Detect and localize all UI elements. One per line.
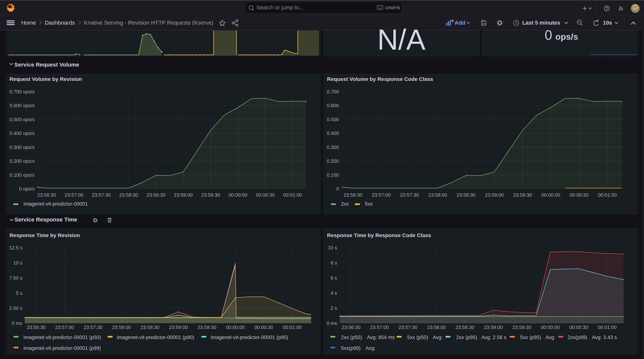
svg-text:23:58:00: 23:58:00 [119,192,138,198]
svg-text:23:59:30: 23:59:30 [201,192,220,198]
svg-text:2xx(p99): 2xx(p99) [568,334,587,340]
svg-text:12.5 s: 12.5 s [9,245,22,250]
svg-text:Service Request Volume: Service Request Volume [14,62,79,68]
svg-text:?: ? [606,6,608,11]
svg-text:00:01:00: 00:01:00 [598,192,617,198]
svg-text:23:59:30: 23:59:30 [198,324,216,330]
svg-text:Service Response Time: Service Response Time [14,216,77,222]
svg-text:0.600: 0.600 [327,103,339,108]
svg-text:00:00:00: 00:00:00 [541,192,560,198]
svg-text:imagenet-vit-predictor-00001 (: imagenet-vit-predictor-00001 (p50) [24,334,101,340]
svg-text:23:58:00: 23:58:00 [428,192,447,198]
svg-text:00:00:30: 00:00:30 [570,192,588,198]
svg-text:2xx (p50): 2xx (p50) [341,334,362,340]
svg-text:23:59:30: 23:59:30 [512,324,531,330]
svg-text:Avg: 3.43 s: Avg: 3.43 s [592,334,617,340]
svg-text:23:56:30: 23:56:30 [37,192,56,198]
svg-text:0.400: 0.400 [327,130,339,136]
svg-text:10 s: 10 s [13,260,22,266]
svg-text:23:56:30: 23:56:30 [27,324,46,330]
svg-text:0.500: 0.500 [327,117,339,122]
svg-text:23:57:30: 23:57:30 [84,324,102,330]
svg-text:Request Volume by Revision: Request Volume by Revision [10,76,82,82]
svg-text:23:59:00: 23:59:00 [169,324,188,330]
svg-text:10s: 10s [603,20,612,26]
svg-text:5xx (p95): 5xx (p95) [520,334,541,340]
svg-text:N/A: N/A [377,24,426,56]
svg-text:0.400 ops/s: 0.400 ops/s [10,130,35,136]
svg-text:Last 5 minutes: Last 5 minutes [522,20,560,26]
svg-text:23:58:30: 23:58:30 [140,324,159,330]
svg-text:23:57:30: 23:57:30 [398,324,418,330]
svg-text:00:00:00: 00:00:00 [541,324,560,330]
svg-text:Response Time by Response Code: Response Time by Response Code Class [327,232,431,238]
svg-text:0.500 ops/s: 0.500 ops/s [10,117,35,122]
svg-text:23:59:00: 23:59:00 [174,192,193,198]
svg-text:imagenet-vit-predictor-00001 (: imagenet-vit-predictor-00001 (p95) [211,334,288,340]
svg-text:Request Volume by Response Cod: Request Volume by Response Code Class [327,76,433,82]
svg-text:4 s: 4 s [330,290,337,296]
svg-text:Knative Serving - Revision HTT: Knative Serving - Revision HTTP Requests… [84,20,213,26]
svg-text:0.300 ops/s: 0.300 ops/s [10,144,35,150]
svg-text:23:57:00: 23:57:00 [370,324,389,330]
svg-text:imagenet-vit-predictor-00001 (: imagenet-vit-predictor-00001 (p90) [117,334,194,340]
svg-text:23:59:00: 23:59:00 [485,192,504,198]
svg-text:0.600 ops/s: 0.600 ops/s [10,103,35,108]
svg-text:Response Time by Revision: Response Time by Revision [10,232,80,238]
svg-text:2 s: 2 s [330,305,337,311]
svg-text:23:58:00: 23:58:00 [427,324,446,330]
svg-text:23:56:30: 23:56:30 [344,192,362,198]
svg-text:Add: Add [454,20,465,26]
svg-text:imagenet-vit-predictor-00001 (: imagenet-vit-predictor-00001 (p99) [24,346,101,351]
svg-text:00:00:00: 00:00:00 [226,324,245,330]
svg-text:Search or jump to...: Search or jump to... [256,4,304,10]
svg-text:23:57:00: 23:57:00 [372,192,390,198]
svg-text:Home: Home [21,20,36,26]
svg-text:5xx (p50): 5xx (p50) [407,334,428,340]
svg-text:23:58:30: 23:58:30 [146,192,165,198]
svg-text:23:58:30: 23:58:30 [456,324,474,330]
svg-text:00:01:00: 00:01:00 [598,324,616,330]
svg-text:23:57:30: 23:57:30 [92,192,111,198]
svg-text:10 s: 10 s [328,245,337,250]
svg-text:0: 0 [336,186,339,192]
svg-text:23:57:00: 23:57:00 [55,324,74,330]
svg-text:2xx (p95): 2xx (p95) [456,334,477,340]
svg-text:8 s: 8 s [330,260,337,266]
svg-text:23:58:00: 23:58:00 [112,324,131,330]
svg-text:00:00:00: 00:00:00 [228,192,247,198]
svg-text:imagenet-vit-predictor-00001: imagenet-vit-predictor-00001 [24,201,88,207]
svg-text:0.200: 0.200 [327,158,339,164]
svg-text:0.300: 0.300 [327,144,339,150]
svg-text:00:00:30: 00:00:30 [569,324,588,330]
svg-text:5xx(p99): 5xx(p99) [341,346,360,351]
svg-text:0 ms: 0 ms [327,320,337,326]
svg-text:23:58:30: 23:58:30 [456,192,475,198]
svg-text:23:57:00: 23:57:00 [64,192,83,198]
svg-text:2.50 s: 2.50 s [9,305,22,311]
svg-text:Avg: 2.56 s: Avg: 2.56 s [481,334,506,340]
svg-text:23:57:30: 23:57:30 [400,192,419,198]
svg-text:Dashboards: Dashboards [45,20,75,26]
svg-text:0.200 ops/s: 0.200 ops/s [10,158,35,164]
svg-text:0.700: 0.700 [327,89,339,94]
svg-text:0 ms: 0 ms [12,320,22,326]
svg-text:Avg: 854 ms: Avg: 854 ms [367,334,395,340]
svg-text:23:59:30: 23:59:30 [513,192,532,198]
svg-text:2xx: 2xx [341,201,349,207]
svg-text:5xx: 5xx [365,201,373,207]
svg-text:Avg:: Avg: [366,346,376,351]
svg-text:23:56:30: 23:56:30 [342,324,360,330]
svg-text:Avg:: Avg: [546,334,556,340]
svg-text:7.50 s: 7.50 s [9,275,22,281]
svg-text:00:00:30: 00:00:30 [254,324,273,330]
svg-text:00:01:00: 00:01:00 [283,192,302,198]
svg-text:23:59:00: 23:59:00 [484,324,503,330]
svg-text:0.100 ops/s: 0.100 ops/s [10,172,35,178]
svg-text:0: 0 [545,28,552,42]
svg-text:5 s: 5 s [16,290,22,296]
svg-text:0.700 ops/s: 0.700 ops/s [10,89,35,94]
svg-text:00:01:00: 00:01:00 [283,324,302,330]
svg-text:00:00:30: 00:00:30 [256,192,275,198]
svg-text:Avg:: Avg: [433,334,443,340]
